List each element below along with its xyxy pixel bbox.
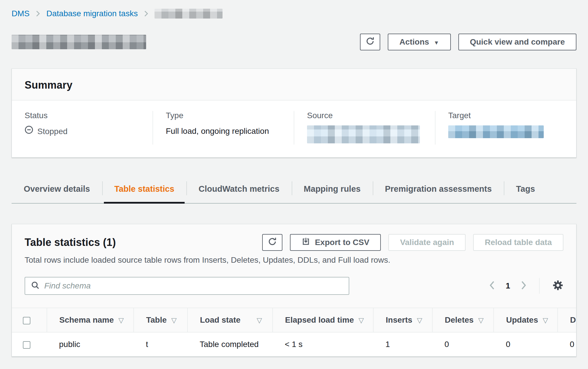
dms-task-page: DMS Database migration tasks Actions	[0, 0, 588, 369]
pagination-divider	[539, 278, 540, 294]
column-label: Table	[146, 315, 167, 324]
chevron-right-icon	[144, 10, 148, 17]
table-row: public t Table completed < 1 s 1 0 0 0	[12, 332, 576, 356]
table-statistics-header: Table statistics (1)	[12, 224, 576, 308]
select-all-checkbox[interactable]	[23, 317, 30, 324]
status-text: Stopped	[37, 126, 67, 137]
source-value-redacted[interactable]	[307, 125, 420, 143]
export-to-csv-button[interactable]: Export to CSV	[290, 234, 381, 251]
column-label: Updates	[506, 315, 538, 324]
status-value: Stopped	[25, 125, 140, 137]
summary-title: Summary	[25, 79, 563, 91]
cell-schema-name: public	[47, 332, 134, 356]
export-button-label: Export to CSV	[315, 238, 369, 247]
target-label: Target	[448, 111, 563, 120]
gear-icon	[552, 280, 563, 292]
table-statistics-card: Table statistics (1)	[12, 224, 576, 357]
summary-target-column: Target	[435, 111, 576, 145]
target-value-redacted[interactable]	[448, 125, 544, 138]
table-refresh-button[interactable]	[262, 234, 282, 251]
pagination: 1	[489, 278, 563, 294]
cell-inserts: 1	[373, 332, 432, 356]
table-statistics-actions: Export to CSV Validate again Reload tabl…	[262, 234, 563, 251]
column-header-inserts[interactable]: Inserts▽	[373, 308, 432, 332]
tab-tags[interactable]: Tags	[504, 179, 547, 203]
summary-card-header: Summary	[12, 69, 576, 101]
sort-icon[interactable]: ▽	[359, 316, 364, 324]
cell-ddls: 0	[558, 332, 576, 356]
validate-button-label: Validate again	[400, 238, 454, 247]
cell-table: t	[134, 332, 188, 356]
validate-again-button[interactable]: Validate again	[388, 234, 466, 251]
table-settings-button[interactable]	[552, 280, 563, 292]
tab-premigration-assessments[interactable]: Premigration assessments	[373, 179, 504, 203]
sort-icon[interactable]: ▽	[257, 316, 262, 324]
table-header-row: Schema name▽ Table▽ Load state▽ Elapsed …	[12, 308, 576, 332]
column-label: Schema name	[59, 315, 114, 324]
task-detail-tabs: Overview details Table statistics CloudW…	[12, 179, 576, 204]
summary-status-column: Status Stopped	[12, 111, 152, 145]
header-actions: Actions ▼ Quick view and compare	[360, 34, 576, 50]
cell-updates: 0	[494, 332, 558, 356]
next-page-button[interactable]	[521, 281, 526, 291]
find-schema-input[interactable]	[44, 281, 343, 291]
table-statistics-table: Schema name▽ Table▽ Load state▽ Elapsed …	[12, 308, 576, 356]
sort-icon[interactable]: ▽	[543, 316, 548, 324]
previous-page-button[interactable]	[489, 281, 495, 291]
tab-overview-details[interactable]: Overview details	[12, 179, 102, 203]
summary-source-column: Source	[294, 111, 435, 145]
column-label: Deletes	[445, 315, 474, 324]
table-statistics-title: Table statistics (1)	[25, 236, 116, 249]
breadcrumb: DMS Database migration tasks	[12, 9, 576, 19]
actions-button-label: Actions	[399, 37, 429, 47]
stopped-status-icon	[25, 125, 33, 137]
type-value: Full load, ongoing replication	[166, 125, 281, 137]
column-label: Inserts	[386, 315, 412, 324]
current-page-number: 1	[506, 281, 510, 291]
status-label: Status	[25, 111, 140, 120]
filter-row: 1	[25, 277, 563, 295]
download-icon	[302, 237, 310, 248]
page-header: Actions ▼ Quick view and compare	[12, 33, 576, 51]
refresh-icon	[268, 237, 277, 248]
column-header-ddls[interactable]: D	[558, 308, 576, 332]
summary-type-column: Type Full load, ongoing replication	[152, 111, 294, 145]
caret-down-icon: ▼	[434, 40, 439, 45]
refresh-button[interactable]	[360, 34, 380, 50]
column-header-table[interactable]: Table▽	[134, 308, 188, 332]
column-header-schema-name[interactable]: Schema name▽	[47, 308, 134, 332]
cell-deletes: 0	[432, 332, 494, 356]
tab-mapping-rules[interactable]: Mapping rules	[292, 179, 373, 203]
refresh-icon	[365, 36, 375, 48]
table-statistics-description: Total rows include loaded source table r…	[25, 255, 563, 265]
column-header-updates[interactable]: Updates▽	[494, 308, 558, 332]
actions-button[interactable]: Actions ▼	[388, 34, 451, 50]
schema-search-box	[25, 277, 349, 295]
reload-table-data-button[interactable]: Reload table data	[473, 234, 563, 251]
tab-cloudwatch-metrics[interactable]: CloudWatch metrics	[186, 179, 291, 203]
type-label: Type	[166, 111, 281, 120]
column-label: Load state	[200, 315, 240, 324]
breadcrumb-link-tasks[interactable]: Database migration tasks	[46, 9, 138, 18]
breadcrumb-redacted-task-name	[155, 9, 223, 19]
search-icon	[31, 281, 40, 291]
quick-view-button-label: Quick view and compare	[470, 37, 565, 47]
quick-view-and-compare-button[interactable]: Quick view and compare	[458, 34, 576, 50]
tab-table-statistics[interactable]: Table statistics	[102, 179, 186, 203]
column-label: Elapsed load time	[285, 315, 354, 324]
chevron-right-icon	[521, 281, 526, 291]
breadcrumb-link-dms[interactable]: DMS	[12, 9, 30, 18]
column-header-elapsed-load-time[interactable]: Elapsed load time▽	[273, 308, 373, 332]
sort-icon[interactable]: ▽	[417, 316, 422, 324]
source-label: Source	[307, 111, 422, 120]
cell-elapsed-load-time: < 1 s	[273, 332, 373, 356]
cell-load-state: Table completed	[188, 332, 273, 356]
column-header-deletes[interactable]: Deletes▽	[432, 308, 494, 332]
row-checkbox[interactable]	[23, 341, 30, 349]
sort-icon[interactable]: ▽	[118, 316, 124, 324]
chevron-right-icon	[36, 10, 40, 17]
sort-icon[interactable]: ▽	[478, 316, 484, 324]
column-header-load-state[interactable]: Load state▽	[188, 308, 273, 332]
page-title-redacted	[12, 35, 146, 49]
sort-icon[interactable]: ▽	[171, 316, 177, 324]
